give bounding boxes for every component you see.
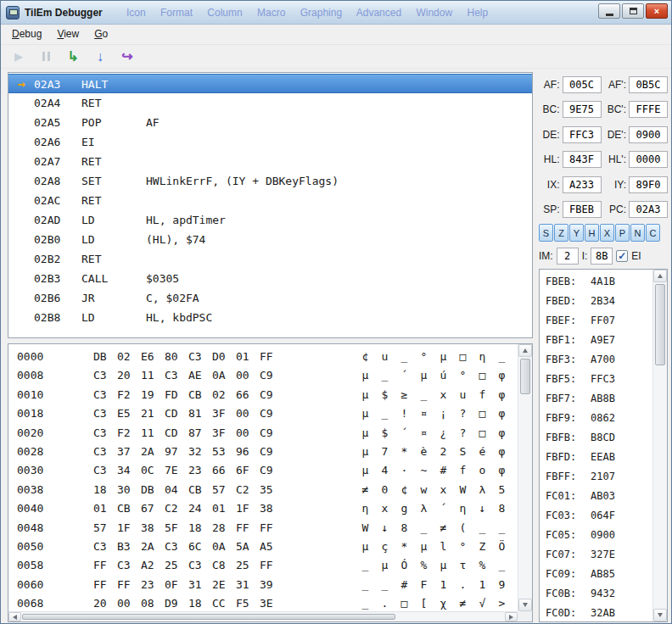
- stack-row[interactable]: FBF5:FFC3: [540, 370, 652, 389]
- register-pc-input[interactable]: [629, 201, 668, 218]
- flag-x-button[interactable]: X: [600, 224, 614, 242]
- stack-row[interactable]: FC01:AB03: [540, 487, 652, 506]
- memory-row[interactable]: 0018C3E521CD813F00C9µ_!¤¡?□φ: [8, 404, 518, 423]
- register-ix-input[interactable]: [563, 176, 602, 193]
- memory-panel[interactable]: 0000DB02E680C3D001FF¢u_°µ□η_0008C32011C3…: [8, 343, 533, 622]
- stack-row[interactable]: FC03:064F: [540, 506, 652, 526]
- stack-row[interactable]: FBF1:A9E7: [540, 331, 652, 350]
- memory-scroll-right-button[interactable]: [505, 612, 518, 621]
- i-input[interactable]: [591, 248, 613, 265]
- menu-debug[interactable]: Debug: [4, 25, 49, 44]
- memory-row[interactable]: 0020C3F211CD873F00C9µ$´¤¿?□φ: [8, 424, 518, 443]
- register-bc-input[interactable]: [563, 101, 602, 118]
- memory-address: 0060: [8, 576, 93, 594]
- stack-scroll-thumb[interactable]: [655, 284, 665, 365]
- step-over-button[interactable]: [89, 47, 111, 67]
- run-button[interactable]: [8, 47, 30, 67]
- memory-row[interactable]: 0050C3B32AC36C0A5AA5µç*µl°ZÖ: [8, 538, 518, 556]
- memory-scroll-up-button[interactable]: [518, 344, 532, 357]
- stack-row[interactable]: FC0B:9432: [540, 584, 652, 604]
- disassembly-row[interactable]: 02B8LDHL, kbdPSC: [8, 308, 532, 327]
- stack-row[interactable]: FBFF:2107: [540, 467, 652, 487]
- stack-panel[interactable]: FBEB:4A1BFBED:2B34FBEF:FF07FBF1:A9E7FBF3…: [539, 269, 668, 622]
- memory-row[interactable]: 004001CB67C224011F38ηxgλ´η↓8: [8, 499, 518, 518]
- flag-p-button[interactable]: P: [615, 224, 630, 242]
- memory-row[interactable]: 0060FFFF230F312E3139__#F1.19: [8, 576, 518, 594]
- instruction-address: 02B2: [34, 249, 81, 269]
- flag-y-button[interactable]: Y: [569, 224, 584, 242]
- disassembly-row[interactable]: 02ACRET: [8, 191, 532, 210]
- stack-row[interactable]: FBEF:FF07: [540, 311, 652, 331]
- stack-scroll-up-button[interactable]: [653, 270, 667, 282]
- memory-row[interactable]: 00381830DB04CB57C235≠0¢wxWλ5: [8, 481, 518, 499]
- memory-row[interactable]: 0028C3372A97325396C9µ7*è2Séφ: [8, 443, 518, 461]
- memory-row[interactable]: 0058FFC3A225C3C825FF_µÓ%µτ%_: [8, 556, 518, 575]
- memory-row[interactable]: 0030C3340C7E23666FC9µ4·~#foφ: [8, 461, 518, 480]
- stack-row[interactable]: FBEB:4A1B: [540, 272, 652, 292]
- memory-byte: A5: [260, 538, 283, 556]
- stack-scrollbar[interactable]: [652, 270, 667, 621]
- memory-row[interactable]: 0000DB02E680C3D001FF¢u_°µ□η_: [8, 348, 518, 366]
- disassembly-row[interactable]: 02B2RET: [8, 249, 532, 269]
- register-bc-prime-input[interactable]: [629, 101, 668, 118]
- disassembly-row[interactable]: 02A6EI: [8, 132, 532, 152]
- title-bar[interactable]: TilEm Debugger Icon Format Column Macro …: [1, 1, 671, 25]
- memory-row[interactable]: 0048571F385F1828FFFFW↓8_≠(__: [8, 519, 518, 538]
- memory-scroll-left-button[interactable]: [8, 612, 21, 621]
- flag-n-button[interactable]: N: [630, 224, 645, 242]
- disassembly-panel[interactable]: →02A3HALT02A4RET02A5POPAF02A6EI02A7RET02…: [8, 72, 533, 338]
- disassembly-row[interactable]: 02A4RET: [8, 93, 532, 113]
- memory-scroll-down-button[interactable]: [518, 599, 532, 611]
- memory-row[interactable]: 0008C32011C3AE0A00C9µ_´µú°□φ: [8, 366, 518, 385]
- menu-go[interactable]: Go: [87, 25, 115, 44]
- stack-row[interactable]: FBFD:EEAB: [540, 448, 652, 467]
- disassembly-row[interactable]: 02B3CALL$0305: [8, 269, 532, 288]
- register-af-prime-input[interactable]: [629, 76, 668, 93]
- stack-row[interactable]: FC0D:32AB: [540, 604, 652, 621]
- stack-row[interactable]: FC05:0900: [540, 526, 652, 545]
- memory-row[interactable]: 0068200008D918CCF53E_.□[χ≠√>: [8, 594, 518, 611]
- memory-hscroll-thumb[interactable]: [22, 614, 395, 620]
- step-button[interactable]: [62, 47, 84, 67]
- register-hl-input[interactable]: [563, 151, 602, 168]
- stack-row[interactable]: FBF3:A700: [540, 350, 652, 370]
- finish-button[interactable]: [116, 47, 138, 67]
- register-de-prime-input[interactable]: [629, 126, 668, 143]
- memory-vscroll-thumb[interactable]: [520, 359, 530, 394]
- disassembly-row[interactable]: 02ADLDHL, apdTimer: [8, 210, 532, 230]
- memory-address: 0038: [8, 481, 93, 499]
- flag-s-button[interactable]: S: [539, 224, 553, 242]
- stack-row[interactable]: FBFB:B8CD: [540, 428, 652, 448]
- disassembly-row[interactable]: 02B0LD(HL), $74: [8, 230, 532, 249]
- stack-row[interactable]: FC09:AB85: [540, 565, 652, 584]
- register-sp-input[interactable]: [563, 201, 602, 218]
- stack-row[interactable]: FBF9:0862: [540, 409, 652, 428]
- register-hl-prime-input[interactable]: [629, 151, 668, 168]
- register-af-input[interactable]: [563, 76, 602, 93]
- stack-row[interactable]: FBED:2B34: [540, 292, 652, 311]
- register-iy-input[interactable]: [629, 176, 668, 193]
- flag-h-button[interactable]: H: [585, 224, 599, 242]
- im-input[interactable]: [557, 248, 579, 265]
- flag-c-button[interactable]: C: [646, 224, 660, 242]
- disassembly-row[interactable]: 02A5POPAF: [8, 113, 532, 132]
- ei-checkbox[interactable]: ✓: [616, 250, 628, 262]
- menu-view[interactable]: View: [49, 25, 87, 44]
- close-button[interactable]: ×: [646, 3, 668, 19]
- memory-vscrollbar[interactable]: [518, 344, 532, 611]
- register-de-input[interactable]: [563, 126, 602, 143]
- disassembly-row[interactable]: →02A3HALT: [8, 74, 532, 93]
- disassembly-row[interactable]: 02A7RET: [8, 152, 532, 171]
- disassembly-row[interactable]: 02A8SETHWLinkErrF, (IY + DBKeyFlags): [8, 171, 532, 191]
- disassembly-row[interactable]: 02B6JRC, $02FA: [8, 288, 532, 308]
- memory-row[interactable]: 0010C3F219FDCB0266C9µ$≥_xufφ: [8, 386, 518, 404]
- pause-button[interactable]: [35, 47, 57, 67]
- minimize-button[interactable]: [598, 3, 620, 19]
- flag-z-button[interactable]: Z: [554, 224, 568, 242]
- stack-row[interactable]: FC07:327E: [540, 545, 652, 565]
- maximize-button[interactable]: [622, 3, 644, 19]
- stack-scroll-down-button[interactable]: [653, 609, 667, 621]
- memory-hscrollbar[interactable]: [8, 611, 518, 621]
- memory-byte: 87: [188, 424, 212, 443]
- stack-row[interactable]: FBF7:AB8B: [540, 389, 652, 409]
